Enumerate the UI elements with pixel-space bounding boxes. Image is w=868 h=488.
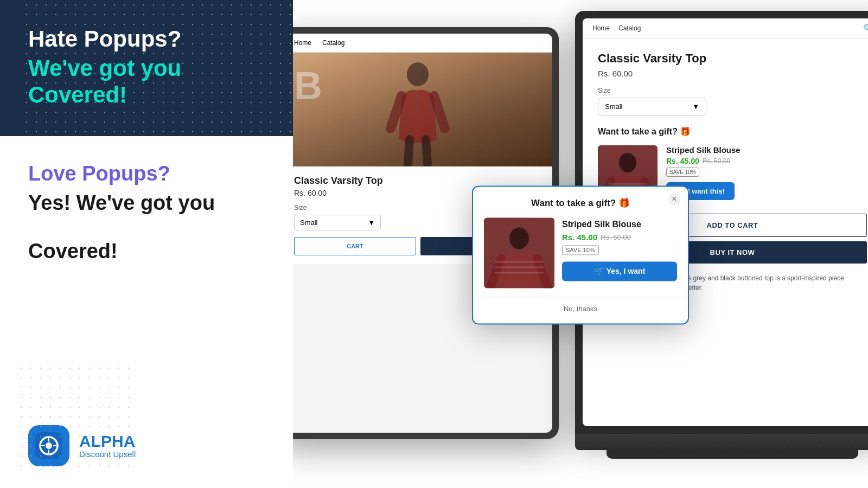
svg-rect-7 [495, 266, 544, 268]
brand-subtitle: Discount Upsell [79, 450, 136, 459]
tablet-product-name: Classic Varsity Top [294, 175, 541, 187]
popup-save-badge: SAVE 10% [562, 245, 599, 255]
laptop-size-label: Size [598, 87, 867, 94]
laptop-bottom [607, 450, 858, 459]
laptop-size-select[interactable]: Small ▼ [598, 98, 706, 115]
laptop-upsell-title: Want to take a gift? 🎁 [598, 126, 867, 137]
laptop-nav-home: Home [592, 24, 610, 32]
letter-b: B [294, 63, 322, 108]
popup-product-price: Rs. 45.00 [562, 233, 597, 242]
tablet-product-image: B [293, 53, 552, 166]
tablet-nav-catalog: Catalog [322, 39, 344, 47]
svg-rect-6 [495, 261, 544, 262]
cart-icon: 🛒 [594, 267, 603, 275]
svg-rect-8 [495, 272, 544, 273]
bottom-section: Love Popups? Yes! We've got you Covered!… [0, 136, 293, 488]
upsell-original-price: Rs. 50.00 [703, 157, 730, 165]
popup-modal: ✕ Want to take a gift? 🎁 Striped Silk Bl… [472, 185, 689, 324]
popup-product-image [484, 217, 554, 288]
popup-yes-button[interactable]: 🛒 Yes, I want [562, 261, 677, 281]
upsell-details: Striped Silk Blouse Rs. 45.00 Rs. 50.00 … [666, 145, 867, 200]
got-you-covered-line2: Covered! [28, 82, 265, 108]
tablet-size-select[interactable]: Small ▼ [294, 215, 381, 230]
upsell-price: Rs. 45.00 [666, 157, 699, 165]
laptop-product-price: Rs. 60.00 [598, 69, 867, 78]
svg-point-3 [407, 62, 429, 86]
hate-popups-text: Hate Popups? [28, 26, 265, 52]
popup-product: Striped Silk Blouse Rs. 45.00 Rs. 50.00 … [473, 217, 688, 297]
popup-product-original-price: Rs. 50.00 [601, 233, 631, 241]
brand-section: ALPHA Discount Upsell [28, 425, 265, 466]
laptop-nav-catalog: Catalog [618, 24, 641, 32]
tablet-add-to-cart-button[interactable]: CART [294, 237, 416, 255]
yes-covered-line2: Covered! [28, 239, 265, 264]
tablet-nav-home: Home [294, 39, 311, 47]
laptop-nav: Home Catalog 🔍 [583, 18, 868, 38]
svg-rect-11 [608, 183, 648, 185]
laptop-search-icon[interactable]: 🔍 [863, 24, 868, 33]
upsell-badge: SAVE 10% [666, 168, 699, 177]
upsell-product-name: Striped Silk Blouse [666, 145, 867, 155]
svg-point-2 [46, 442, 52, 449]
brand-logo [28, 425, 69, 466]
laptop-product-title: Classic Varsity Top [598, 52, 867, 66]
tablet-nav: Home Catalog [293, 34, 552, 53]
popup-product-svg [484, 217, 554, 288]
popup-close-button[interactable]: ✕ [668, 193, 680, 205]
svg-point-5 [509, 227, 529, 249]
alpha-logo-icon [35, 432, 62, 459]
person-silhouette [385, 58, 450, 166]
got-you-covered-line1: We've got you [28, 55, 265, 81]
love-popups-text: Love Popups? [28, 162, 265, 185]
popup-product-name: Striped Silk Blouse [562, 220, 677, 229]
laptop-nav-links: Home Catalog [592, 24, 641, 32]
left-panel: Hate Popups? We've got you Covered! Love… [0, 0, 293, 488]
yes-covered-line1: Yes! We've got you [28, 191, 265, 216]
top-banner: Hate Popups? We've got you Covered! [0, 0, 293, 136]
brand-text: ALPHA Discount Upsell [79, 433, 136, 459]
brand-name: ALPHA [79, 433, 136, 450]
popup-header: ✕ Want to take a gift? 🎁 [473, 187, 688, 209]
popup-footer: No, thanks [473, 297, 688, 323]
popup-title: Want to take a gift? 🎁 [484, 197, 677, 209]
popup-no-thanks-link[interactable]: No, thanks [564, 305, 597, 313]
laptop-base [575, 434, 868, 450]
svg-point-10 [619, 153, 636, 172]
right-panel: Home Catalog B Classic Varsity Top Rs. [293, 0, 868, 488]
popup-product-details: Striped Silk Blouse Rs. 45.00 Rs. 50.00 … [562, 217, 677, 281]
